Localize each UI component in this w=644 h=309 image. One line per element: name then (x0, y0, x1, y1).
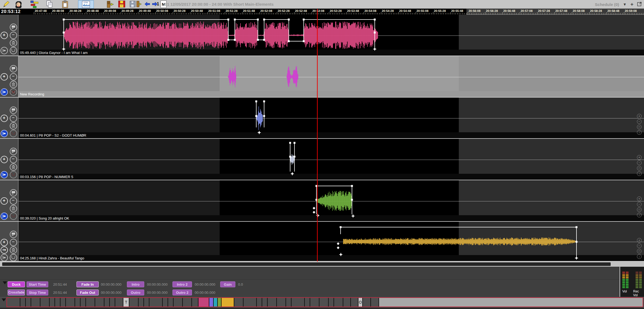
edit-pencil-icon[interactable] (2, 1, 10, 8)
track-mini-box-icon[interactable]: □ (637, 125, 642, 129)
nav-back-icon[interactable] (144, 2, 150, 7)
cart-slot[interactable] (168, 298, 174, 307)
save-icon[interactable] (118, 1, 125, 8)
cart-slot[interactable] (257, 298, 262, 307)
track-minimize-icon[interactable] (10, 107, 17, 114)
track-minimize-icon[interactable] (10, 148, 17, 155)
cart-slot[interactable] (26, 298, 31, 307)
track-mini-box-icon[interactable]: □ (637, 166, 642, 170)
cart-slot[interactable] (55, 298, 60, 307)
track-route-icon[interactable] (1, 88, 8, 96)
crossfade-button[interactable]: Crossfade (8, 289, 25, 295)
track-row-6[interactable]: 04:25.168 | Hindi Zahra - Beautiful Tang… (0, 222, 644, 262)
track-route-icon[interactable] (1, 254, 8, 261)
track-zoom-in-icon[interactable]: + (1, 115, 8, 122)
duck-button[interactable]: Duck (8, 281, 25, 287)
track-mini-box-icon[interactable]: □ (637, 249, 642, 253)
track-minimize-icon[interactable] (10, 231, 17, 238)
cart-slot[interactable] (192, 298, 198, 307)
cart-slot[interactable] (218, 298, 222, 307)
track-mini-box-icon[interactable]: □ (637, 207, 642, 212)
cart-slot[interactable] (234, 298, 243, 307)
cart-slot[interactable] (291, 298, 305, 307)
track-route-icon[interactable] (1, 47, 8, 54)
track-minimize-icon[interactable] (10, 24, 17, 31)
timeline-ruler[interactable]: 20:53:12 20:47:4820:48:0820:48:2820:48:4… (0, 9, 644, 15)
track-zoom-in-icon[interactable]: + (1, 73, 8, 81)
cart-slot[interactable] (40, 298, 50, 307)
schedule-dropdown-icon[interactable]: ▼ (623, 2, 627, 7)
track-mini-zoom-in-icon[interactable]: + (637, 114, 642, 118)
gain-button[interactable]: Gain (220, 281, 235, 287)
cart-slot[interactable] (86, 298, 95, 307)
track-zoom-out-icon[interactable]: − (10, 197, 17, 205)
track-row-1[interactable]: 05:49.440 | Gloria Gaynor - I am What I … (0, 15, 644, 56)
cart-slot[interactable] (286, 298, 291, 307)
cart-slot[interactable] (268, 298, 277, 307)
schedule-popout-icon[interactable] (637, 2, 642, 7)
cart-slot[interactable] (351, 298, 358, 307)
cart-slot[interactable] (310, 298, 319, 307)
cart-slot[interactable] (222, 298, 234, 307)
cart-slot[interactable] (163, 298, 168, 307)
track-row-2[interactable]: New Recording+− (0, 56, 644, 98)
intro2-button[interactable]: Intro 2 (172, 281, 192, 287)
track-mini-resize-icon[interactable]: ↕ (637, 213, 642, 217)
cart-slot[interactable] (139, 298, 144, 307)
horizontal-scrollbar[interactable] (0, 262, 644, 267)
cart-slot[interactable] (277, 298, 286, 307)
track-minimize-icon[interactable] (10, 189, 17, 197)
track-zoom-out-icon[interactable]: − (10, 115, 17, 122)
track-route-icon[interactable] (1, 130, 8, 137)
save-and-close-icon[interactable] (130, 1, 142, 8)
copy-documents-icon[interactable] (46, 1, 53, 8)
cart-slot[interactable] (31, 298, 40, 307)
cart-slot[interactable] (20, 298, 26, 307)
layers-blocks-icon[interactable] (30, 1, 39, 8)
track-zoom-in-icon[interactable]: + (1, 156, 8, 163)
track-mini-zoom-out-icon[interactable]: − (637, 160, 642, 165)
cart-slot-o[interactable]: O (358, 298, 363, 307)
cart-slot[interactable] (144, 298, 149, 307)
track-envelope-disabled-icon[interactable] (10, 171, 17, 178)
otm-multitrack-icon[interactable]: OTM (78, 0, 94, 8)
cart-slot[interactable] (305, 298, 310, 307)
cart-slot[interactable] (243, 298, 257, 307)
track-mini-resize-icon[interactable]: ↕ (637, 171, 642, 176)
cart-slot[interactable] (363, 298, 371, 307)
schedule-add-icon[interactable]: + (630, 1, 633, 7)
track-mini-resize-icon[interactable]: ↕ (637, 254, 642, 259)
track-row-3[interactable]: 00:04.601 | P8 POP - S2 - GODT HUMØR+−+−… (0, 98, 644, 139)
contact-person-icon[interactable] (14, 1, 23, 9)
start-time-button[interactable]: Start Time (27, 281, 48, 287)
cart-slot[interactable] (75, 298, 81, 307)
cart-slot[interactable] (198, 298, 209, 307)
track-row-4[interactable]: 00:03.156 | P8 POP - NUMMER 5+−+−□↕ (0, 139, 644, 180)
track-mini-resize-icon[interactable]: ↕ (637, 130, 642, 135)
clipboard-paste-icon[interactable] (62, 1, 69, 8)
cart-dropdown-icon[interactable] (2, 298, 6, 301)
cart-slot[interactable] (95, 298, 104, 307)
track-add-menu-icon[interactable]: +▾ (1, 246, 8, 254)
track-route-icon[interactable] (1, 213, 8, 220)
cart-slot[interactable] (174, 298, 183, 307)
track-no-envelope-icon[interactable] (10, 88, 17, 96)
cart-slot[interactable] (50, 298, 55, 307)
cart-slot[interactable] (329, 298, 334, 307)
track-delete-icon[interactable] (10, 163, 17, 171)
fade-in-button[interactable]: Fade In (76, 281, 99, 287)
track-zoom-in-icon[interactable]: + (1, 197, 8, 205)
track-envelope-disabled-icon[interactable] (10, 213, 17, 220)
track-delete-icon[interactable] (10, 205, 17, 212)
track-mini-zoom-in-icon[interactable]: + (637, 155, 642, 160)
cart-slot[interactable] (81, 298, 86, 307)
track-mini-zoom-out-icon[interactable]: − (637, 243, 642, 248)
cart-slot[interactable] (129, 298, 139, 307)
track-zoom-in-icon[interactable]: + (1, 32, 8, 39)
track-zoom-in-icon[interactable]: + (1, 239, 8, 246)
cart-slot[interactable] (319, 298, 329, 307)
cart-slot[interactable] (60, 298, 66, 307)
cart-slot[interactable] (343, 298, 351, 307)
cart-slot[interactable] (183, 298, 192, 307)
scrollbar-thumb[interactable] (2, 262, 611, 266)
